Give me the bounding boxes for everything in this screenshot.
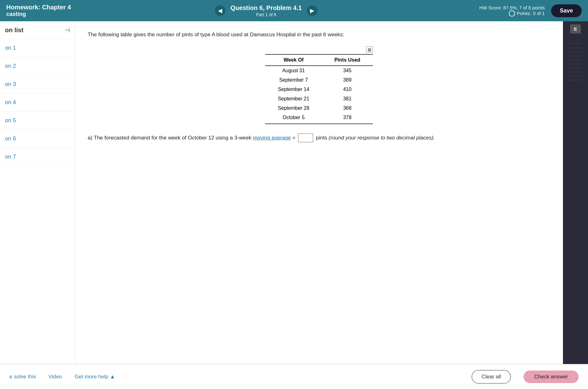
answer-input[interactable]: [298, 134, 313, 142]
answer-section: a) The forecasted demand for the week of…: [88, 134, 550, 143]
week-cell: September 28: [265, 104, 322, 113]
sidebar-item-7[interactable]: on 7: [0, 148, 75, 166]
right-panel: E: [563, 21, 588, 364]
collapse-sidebar-button[interactable]: ⊣: [64, 26, 70, 34]
right-panel-label: E: [570, 24, 581, 33]
moving-average-link[interactable]: moving average: [253, 135, 291, 141]
prev-question-button[interactable]: ◀: [215, 5, 225, 16]
pints-cell: 378: [322, 113, 373, 124]
video-link[interactable]: Video: [49, 374, 62, 380]
question-title: Question 6, Problem 4.1: [230, 4, 302, 12]
sidebar-header: on list ⊣: [0, 26, 75, 39]
problem-description: The following table gives the number of …: [88, 31, 550, 39]
copy-table-button[interactable]: ▦: [366, 46, 373, 53]
points-label: Points:: [517, 11, 531, 16]
top-bar-left: Homework: Chapter 4 casting: [6, 4, 75, 18]
bottom-bar: e solve this Video Get more help ▲ Clear…: [0, 364, 588, 389]
top-bar-center: ◀ Question 6, Problem 4.1 Part 1 of 6 ▶: [75, 4, 457, 17]
get-more-help-link[interactable]: Get more help ▲: [75, 374, 115, 380]
score-area: HW Score: 87.5%, 7 of 8 points Points: 0…: [457, 5, 545, 17]
table-row: September 28368: [265, 104, 373, 113]
table-row: September 14410: [265, 85, 373, 94]
right-panel-lines: [566, 40, 585, 84]
sidebar-title: on list: [5, 27, 23, 34]
col-week-of: Week Of: [265, 54, 322, 66]
week-cell: October 5: [265, 113, 322, 124]
casting-label: casting: [6, 11, 75, 18]
equals-sign: =: [292, 135, 296, 141]
blood-data-table: Week Of Pints Used August 31345September…: [265, 54, 373, 124]
main-layout: on list ⊣ on 1 on 2 on 3 on 4 on 5 on 6 …: [0, 21, 588, 364]
pints-cell: 368: [322, 104, 373, 113]
sidebar-item-6[interactable]: on 6: [0, 130, 75, 148]
sidebar: on list ⊣ on 1 on 2 on 3 on 4 on 5 on 6 …: [0, 21, 75, 364]
pints-label-inline: pints: [316, 135, 327, 141]
rounding-note: (round your response to two decimal plac…: [329, 135, 435, 141]
solve-this-link[interactable]: e solve this: [9, 374, 36, 380]
week-cell: September 7: [265, 75, 322, 85]
part-label: Part 1 of 6: [256, 12, 276, 17]
sidebar-item-3[interactable]: on 3: [0, 75, 75, 93]
content-area: The following table gives the number of …: [75, 21, 563, 364]
sidebar-item-2[interactable]: on 2: [0, 57, 75, 75]
points-circle-icon: [509, 10, 515, 17]
sidebar-item-4[interactable]: on 4: [0, 93, 75, 112]
pints-cell: 389: [322, 75, 373, 85]
table-row: August 31345: [265, 66, 373, 75]
table-row: October 5378: [265, 113, 373, 124]
table-row: September 7389: [265, 75, 373, 85]
pints-cell: 410: [322, 85, 373, 94]
week-cell: September 21: [265, 94, 322, 104]
pints-cell: 345: [322, 66, 373, 75]
chapter-label: Homework: Chapter 4: [6, 4, 75, 11]
sidebar-item-5[interactable]: on 5: [0, 112, 75, 130]
clear-all-button[interactable]: Clear all: [472, 370, 511, 384]
data-table-container: ▦ Week Of Pints Used August 31345Septemb…: [88, 46, 550, 124]
part-a-prefix: a) The forecasted demand for the week of…: [88, 135, 251, 141]
col-pints-used: Pints Used: [322, 54, 373, 66]
next-question-button[interactable]: ▶: [307, 5, 317, 16]
check-answer-button[interactable]: Check answer: [524, 371, 579, 383]
save-button[interactable]: Save: [551, 4, 582, 17]
week-cell: August 31: [265, 66, 322, 75]
hw-score: HW Score: 87.5%, 7 of 8 points: [479, 5, 545, 10]
pints-cell: 381: [322, 94, 373, 104]
table-row: September 21381: [265, 94, 373, 104]
top-bar: Homework: Chapter 4 casting ◀ Question 6…: [0, 0, 588, 21]
week-cell: September 14: [265, 85, 322, 94]
sidebar-item-1[interactable]: on 1: [0, 39, 75, 57]
points-value: 0 of 1: [533, 11, 545, 16]
